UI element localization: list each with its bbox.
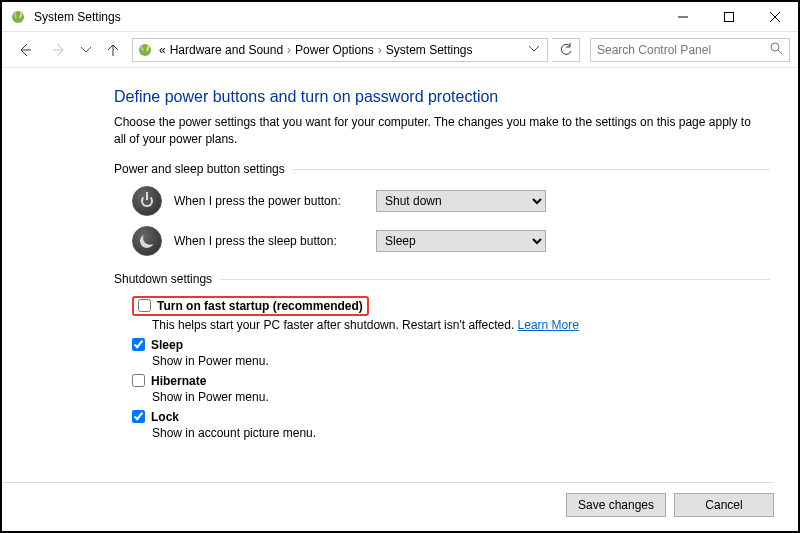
- address-dropdown-button[interactable]: [525, 43, 543, 57]
- breadcrumb[interactable]: « Hardware and Sound › Power Options › S…: [159, 43, 473, 57]
- power-button-label: When I press the power button:: [174, 194, 364, 208]
- shutdown-settings-list: Turn on fast startup (recommended) This …: [132, 296, 770, 440]
- section-title-shutdown: Shutdown settings: [114, 272, 770, 286]
- back-button[interactable]: [10, 36, 40, 64]
- window-controls: [660, 2, 798, 32]
- power-options-icon: [10, 9, 26, 25]
- sleep-button-row: When I press the sleep button: Sleep: [132, 226, 770, 256]
- breadcrumb-item[interactable]: Hardware and Sound: [170, 43, 283, 57]
- breadcrumb-prefix: «: [159, 43, 166, 57]
- navigation-bar: « Hardware and Sound › Power Options › S…: [2, 32, 798, 68]
- highlight-annotation: Turn on fast startup (recommended): [132, 296, 369, 316]
- power-icon: [132, 186, 162, 216]
- refresh-button[interactable]: [552, 38, 580, 62]
- breadcrumb-item[interactable]: System Settings: [386, 43, 473, 57]
- fast-startup-label: Turn on fast startup (recommended): [157, 299, 363, 313]
- footer-buttons: Save changes Cancel: [2, 482, 774, 517]
- sleep-button-label: When I press the sleep button:: [174, 234, 364, 248]
- lock-checkbox[interactable]: [132, 410, 145, 423]
- lock-label: Lock: [151, 410, 179, 424]
- page-heading: Define power buttons and turn on passwor…: [114, 88, 770, 106]
- recent-locations-button[interactable]: [78, 36, 94, 64]
- minimize-button[interactable]: [660, 2, 706, 32]
- chevron-right-icon: ›: [287, 43, 291, 57]
- hibernate-label: Hibernate: [151, 374, 206, 388]
- window-titlebar: System Settings: [2, 2, 798, 32]
- search-icon: [770, 42, 783, 58]
- search-input[interactable]: Search Control Panel: [590, 38, 790, 62]
- power-options-icon: [137, 42, 153, 58]
- sleep-checkbox[interactable]: [132, 338, 145, 351]
- sleep-label: Sleep: [151, 338, 183, 352]
- maximize-button[interactable]: [706, 2, 752, 32]
- hibernate-description: Show in Power menu.: [152, 390, 770, 404]
- content-area: Define power buttons and turn on passwor…: [2, 68, 798, 440]
- learn-more-link[interactable]: Learn More: [518, 318, 579, 332]
- shutdown-item-lock: Lock Show in account picture menu.: [132, 410, 770, 440]
- svg-line-13: [778, 50, 782, 54]
- shutdown-item-hibernate: Hibernate Show in Power menu.: [132, 374, 770, 404]
- breadcrumb-item[interactable]: Power Options: [295, 43, 374, 57]
- search-placeholder: Search Control Panel: [597, 43, 711, 57]
- fast-startup-checkbox[interactable]: [138, 299, 151, 312]
- sleep-icon: [132, 226, 162, 256]
- svg-rect-4: [725, 12, 734, 21]
- hibernate-checkbox[interactable]: [132, 374, 145, 387]
- address-bar[interactable]: « Hardware and Sound › Power Options › S…: [132, 38, 548, 62]
- page-description: Choose the power settings that you want …: [114, 114, 754, 148]
- section-title-button-settings: Power and sleep button settings: [114, 162, 770, 176]
- cancel-button[interactable]: Cancel: [674, 493, 774, 517]
- up-button[interactable]: [98, 36, 128, 64]
- sleep-button-select[interactable]: Sleep: [376, 230, 546, 252]
- shutdown-item-fast-startup: Turn on fast startup (recommended) This …: [132, 296, 770, 332]
- chevron-right-icon: ›: [378, 43, 382, 57]
- close-button[interactable]: [752, 2, 798, 32]
- window-title: System Settings: [34, 10, 121, 24]
- svg-point-12: [771, 43, 779, 51]
- power-button-row: When I press the power button: Shut down: [132, 186, 770, 216]
- sleep-description: Show in Power menu.: [152, 354, 770, 368]
- shutdown-item-sleep: Sleep Show in Power menu.: [132, 338, 770, 368]
- forward-button[interactable]: [44, 36, 74, 64]
- fast-startup-description: This helps start your PC faster after sh…: [152, 318, 770, 332]
- save-changes-button[interactable]: Save changes: [566, 493, 666, 517]
- lock-description: Show in account picture menu.: [152, 426, 770, 440]
- power-button-select[interactable]: Shut down: [376, 190, 546, 212]
